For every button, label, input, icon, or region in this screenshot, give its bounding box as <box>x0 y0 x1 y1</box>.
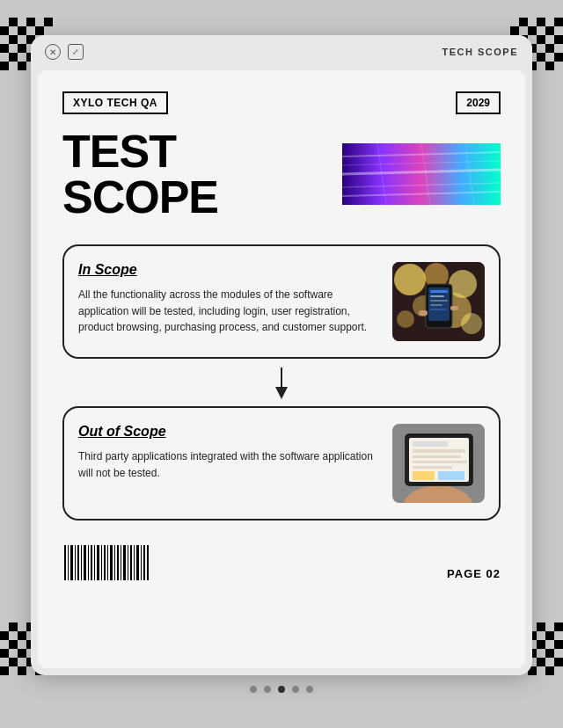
svg-rect-55 <box>117 545 119 580</box>
maximize-icon: ⤢ <box>72 47 79 56</box>
arrow-connector <box>62 368 501 399</box>
svg-rect-33 <box>413 449 465 453</box>
pagination-dots <box>250 686 313 693</box>
svg-rect-37 <box>413 471 435 480</box>
page-main-title: TEST SCOPE <box>62 128 342 220</box>
pagination-dot-0[interactable] <box>250 686 257 693</box>
out-of-scope-title: Out of Scope <box>78 424 382 440</box>
svg-rect-42 <box>75 545 76 580</box>
hero-image <box>342 143 501 205</box>
svg-rect-53 <box>110 545 113 580</box>
svg-rect-24 <box>419 310 428 316</box>
svg-rect-62 <box>141 545 142 580</box>
pagination-dot-1[interactable] <box>264 686 271 693</box>
page-content: XYLO TECH QA 2029 TEST SCOPE <box>38 70 525 668</box>
svg-point-10 <box>394 264 426 295</box>
svg-rect-49 <box>97 545 99 580</box>
title-image-row: TEST SCOPE <box>62 128 501 220</box>
svg-rect-23 <box>430 309 446 310</box>
in-scope-title: In Scope <box>78 262 382 278</box>
window-title: TECH SCOPE <box>442 47 518 57</box>
svg-marker-27 <box>275 387 288 399</box>
close-icon: ✕ <box>49 47 56 57</box>
svg-point-16 <box>461 313 482 334</box>
svg-rect-52 <box>107 545 108 580</box>
svg-rect-54 <box>114 545 115 580</box>
svg-rect-34 <box>413 455 461 458</box>
svg-rect-35 <box>413 461 467 463</box>
svg-rect-43 <box>77 545 79 580</box>
svg-rect-63 <box>143 545 145 580</box>
svg-rect-60 <box>134 545 135 580</box>
svg-rect-46 <box>88 545 89 580</box>
svg-rect-20 <box>430 295 444 297</box>
svg-rect-19 <box>430 290 448 293</box>
svg-rect-44 <box>81 545 82 580</box>
svg-point-15 <box>397 310 414 328</box>
svg-rect-48 <box>94 545 95 580</box>
svg-rect-45 <box>84 545 86 580</box>
svg-rect-32 <box>413 441 448 447</box>
pagination-dot-2[interactable] <box>278 686 285 693</box>
svg-rect-38 <box>438 471 464 480</box>
in-scope-body: All the functionality across the modules… <box>78 287 382 336</box>
svg-rect-21 <box>430 300 448 302</box>
svg-rect-61 <box>136 545 139 580</box>
page-footer: PAGE 02 <box>62 545 501 580</box>
out-of-scope-text: Out of Scope Third party applications in… <box>78 424 382 481</box>
svg-rect-57 <box>123 545 126 580</box>
svg-rect-22 <box>430 304 442 306</box>
page-number: PAGE 02 <box>447 567 501 580</box>
svg-rect-47 <box>91 545 92 580</box>
svg-rect-40 <box>68 545 69 580</box>
pagination-dot-4[interactable] <box>306 686 313 693</box>
out-of-scope-image <box>392 424 485 503</box>
brand-badge: XYLO TECH QA <box>62 91 168 114</box>
browser-window: ✕ ⤢ TECH SCOPE XYLO TECH QA 2029 TEST SC… <box>31 35 532 675</box>
svg-rect-56 <box>121 545 121 580</box>
close-button[interactable]: ✕ <box>45 44 61 60</box>
svg-rect-36 <box>413 466 452 469</box>
svg-rect-50 <box>101 545 102 580</box>
header-row: XYLO TECH QA 2029 <box>62 91 501 114</box>
year-badge: 2029 <box>456 91 501 114</box>
pagination-dot-3[interactable] <box>292 686 299 693</box>
in-scope-image <box>392 262 485 341</box>
svg-rect-41 <box>70 545 73 580</box>
svg-rect-39 <box>64 545 66 580</box>
svg-rect-51 <box>104 545 106 580</box>
svg-rect-58 <box>128 545 128 580</box>
svg-rect-64 <box>147 545 149 580</box>
svg-rect-25 <box>450 306 458 310</box>
svg-rect-59 <box>130 545 132 580</box>
out-of-scope-card: Out of Scope Third party applications in… <box>62 406 501 521</box>
in-scope-text: In Scope All the functionality across th… <box>78 262 382 336</box>
barcode <box>62 545 150 580</box>
titlebar: ✕ ⤢ TECH SCOPE <box>31 35 532 67</box>
maximize-button[interactable]: ⤢ <box>68 44 84 60</box>
out-of-scope-body: Third party applications integrated with… <box>78 448 382 481</box>
window-controls: ✕ ⤢ <box>45 44 84 60</box>
in-scope-card: In Scope All the functionality across th… <box>62 244 501 359</box>
